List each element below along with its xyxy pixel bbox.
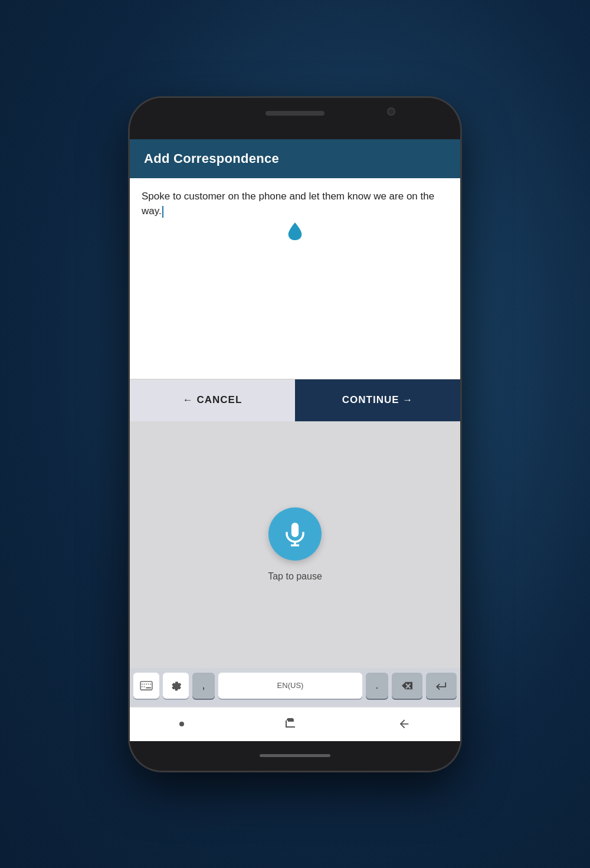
text-cursor [162, 206, 163, 218]
app-header: Add Correspondence [130, 139, 460, 178]
phone-top-bar [130, 98, 460, 139]
tap-to-pause-label: Tap to pause [268, 571, 322, 582]
droplet-cursor-icon [287, 221, 303, 241]
continue-button[interactable]: CONTINUE → [295, 379, 460, 421]
phone-speaker [266, 111, 324, 116]
bottom-nav-bar [130, 707, 460, 741]
comma-label: , [202, 679, 205, 692]
front-camera [387, 107, 395, 116]
gear-icon [169, 679, 182, 692]
text-area-content[interactable]: Spoke to customer on the phone and let t… [142, 189, 448, 219]
backspace-icon [401, 680, 414, 691]
action-buttons-row: ← CANCEL CONTINUE → [130, 379, 460, 421]
period-key[interactable]: . [366, 673, 388, 699]
home-indicator [260, 754, 330, 757]
cursor-droplet [287, 221, 303, 241]
spacebar-key[interactable]: EN(US) [218, 673, 362, 699]
svg-rect-0 [140, 681, 152, 689]
nav-back-icon[interactable] [398, 717, 411, 731]
cancel-button[interactable]: ← CANCEL [130, 379, 295, 421]
period-label: . [375, 679, 378, 692]
nav-recents-icon [284, 717, 298, 729]
phone-device: Add Correspondence Spoke to customer on … [130, 98, 460, 771]
nav-dot-icon[interactable] [179, 722, 184, 726]
spacebar-label: EN(US) [277, 681, 304, 690]
keyboard-toolbar: , EN(US) . [133, 673, 457, 699]
text-area-container[interactable]: Spoke to customer on the phone and let t… [130, 178, 460, 379]
app-header-title: Add Correspondence [144, 151, 279, 166]
mic-button[interactable] [268, 507, 322, 561]
typed-text: Spoke to customer on the phone and let t… [142, 191, 434, 217]
keyboard-icon [140, 680, 153, 691]
enter-icon [435, 680, 448, 691]
phone-screen: Add Correspondence Spoke to customer on … [130, 139, 460, 741]
mic-icon [283, 522, 307, 546]
nav-back-icon [398, 717, 411, 729]
keyboard-area: , EN(US) . [130, 668, 460, 707]
backspace-key[interactable] [392, 673, 422, 699]
nav-recent-icon[interactable] [284, 717, 298, 731]
settings-key[interactable] [163, 673, 189, 699]
comma-key[interactable]: , [192, 673, 215, 699]
voice-input-area: Tap to pause [130, 421, 460, 668]
enter-key[interactable] [426, 673, 457, 699]
phone-bottom-bar [130, 741, 460, 771]
keyboard-toggle-key[interactable] [133, 673, 159, 699]
